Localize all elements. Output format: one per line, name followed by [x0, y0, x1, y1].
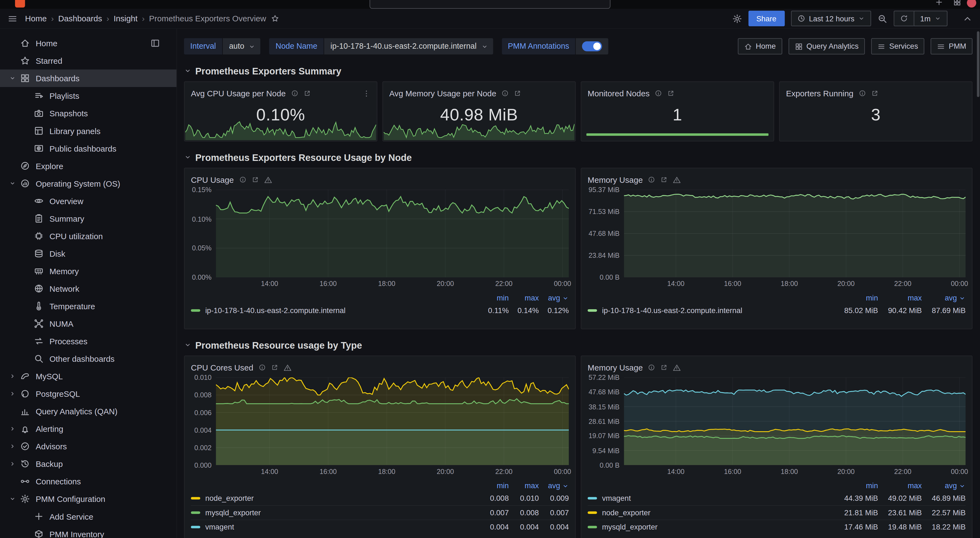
legend-column-min[interactable]: min [479, 294, 509, 302]
legend-column-max[interactable]: max [509, 294, 539, 302]
sidebar-item-connections[interactable]: Connections [0, 473, 177, 490]
share-button[interactable]: Share [748, 11, 785, 26]
sidebar-item-processes[interactable]: Processes [0, 333, 177, 350]
chart-plot-area[interactable] [216, 189, 569, 277]
info-icon[interactable] [648, 364, 655, 371]
sidebar-item-disk[interactable]: Disk [0, 245, 177, 262]
warning-icon[interactable] [673, 363, 681, 372]
panel-title[interactable]: Memory Usage [588, 363, 643, 372]
sidebar-item-add-service[interactable]: Add Service [0, 508, 177, 525]
sidebar-item-home[interactable]: Home [0, 35, 177, 52]
chart-plot-area[interactable] [624, 377, 966, 465]
sidebar-item-explore[interactable]: Explore [0, 157, 177, 175]
legend-column-avg[interactable]: avg [539, 481, 569, 490]
legend-series-node-exporter[interactable]: node_exporter [588, 508, 834, 517]
info-icon[interactable] [258, 364, 266, 371]
panel-title[interactable]: Avg CPU Usage per Node [191, 89, 286, 98]
user-avatar[interactable] [967, 0, 976, 7]
legend-series-mysqld-exporter[interactable]: mysqld_exporter [588, 523, 834, 532]
panel-title[interactable]: CPU Cores Used [191, 363, 253, 372]
home-button[interactable]: Home [738, 38, 782, 54]
chevdown-icon[interactable] [9, 75, 16, 82]
chevright-icon[interactable] [9, 442, 16, 450]
legend-column-avg[interactable]: avg [922, 294, 966, 302]
kebab-icon[interactable] [362, 89, 371, 97]
legend-series-ip-10-178-1-40-us-east-2-compute-internal[interactable]: ip-10-178-1-40.us-east-2.compute.interna… [588, 306, 834, 315]
chart-plot-area[interactable] [624, 189, 966, 277]
scrollbar[interactable] [977, 31, 980, 97]
sidebar-item-public-dashboards[interactable]: Public dashboards [0, 140, 177, 157]
pmm-logo[interactable] [15, 0, 25, 7]
chevdown-icon[interactable] [9, 180, 16, 187]
legend-series-ip-10-178-1-40-us-east-2-compute-internal[interactable]: ip-10-178-1-40.us-east-2.compute.interna… [191, 306, 479, 315]
sidebar-item-numa[interactable]: NUMA [0, 315, 177, 333]
pmm-annotations-toggle[interactable] [582, 41, 602, 51]
panel-title[interactable]: Avg Memory Usage per Node [389, 89, 496, 98]
legend-series-mysqld-exporter[interactable]: mysqld_exporter [191, 508, 479, 517]
info-icon[interactable] [648, 176, 655, 183]
sidebar-item-pmm-configuration[interactable]: PMM Configuration [0, 490, 177, 508]
mega-menu-icon[interactable] [7, 13, 18, 24]
chevright-icon[interactable] [9, 390, 16, 397]
external-icon[interactable] [667, 89, 675, 97]
legend-series-vmagent[interactable]: vmagent [588, 494, 834, 503]
section-header-summary[interactable]: Prometheus Exporters Summary [184, 64, 972, 78]
info-icon[interactable] [655, 89, 662, 97]
apps-icon[interactable] [953, 0, 961, 6]
sidebar-item-operating-system-os[interactable]: Operating System (OS) [0, 175, 177, 192]
sidebar-item-temperature[interactable]: Temperature [0, 298, 177, 315]
chart-plot-area[interactable] [216, 377, 569, 465]
legend-column-min[interactable]: min [479, 481, 509, 490]
sidebar-item-query-analytics-qan[interactable]: Query Analytics (QAN) [0, 403, 177, 420]
global-search-input[interactable] [370, 0, 611, 9]
time-range-picker[interactable]: Last 12 hours [791, 11, 871, 26]
breadcrumb-item-dashboards[interactable]: Dashboards [58, 14, 102, 23]
breadcrumb-item-prometheus-exporters-overview[interactable]: Prometheus Exporters Overview [149, 14, 266, 23]
info-icon[interactable] [859, 89, 866, 97]
info-icon[interactable] [291, 89, 298, 97]
sidebar-item-other-dashboards[interactable]: Other dashboards [0, 350, 177, 368]
chevdown-icon[interactable] [9, 495, 16, 503]
refresh-button[interactable] [894, 11, 914, 26]
panel-title[interactable]: Exporters Running [786, 89, 853, 98]
panel-title[interactable]: Memory Usage [588, 175, 643, 184]
legend-column-min[interactable]: min [834, 294, 878, 302]
sidebar-item-mysql[interactable]: MySQL [0, 368, 177, 385]
breadcrumb-item-insight[interactable]: Insight [113, 14, 138, 23]
query-analytics-button[interactable]: Query Analytics [788, 38, 865, 54]
legend-column-max[interactable]: max [878, 294, 922, 302]
sidebar-item-summary[interactable]: Summary [0, 210, 177, 227]
dock-icon[interactable] [150, 38, 160, 48]
node-name-select[interactable]: ip-10-178-1-40.us-east-2.compute.interna… [324, 38, 493, 54]
external-icon[interactable] [251, 176, 259, 183]
legend-column-min[interactable]: min [834, 481, 878, 490]
legend-column-max[interactable]: max [878, 481, 922, 490]
zoom-out-icon[interactable] [878, 13, 888, 24]
breadcrumb-item-home[interactable]: Home [25, 14, 46, 23]
panel-title[interactable]: CPU Usage [191, 175, 234, 184]
chevright-icon[interactable] [9, 372, 16, 380]
sidebar-item-playlists[interactable]: Playlists [0, 87, 177, 105]
sidebar-item-starred[interactable]: Starred [0, 52, 177, 70]
legend-series-vmagent[interactable]: vmagent [191, 523, 479, 532]
chevright-icon[interactable] [9, 460, 16, 467]
external-icon[interactable] [514, 89, 521, 97]
legend-column-avg[interactable]: avg [922, 481, 966, 490]
sidebar-item-pmm-inventory[interactable]: PMM Inventory [0, 525, 177, 538]
info-icon[interactable] [239, 176, 246, 183]
services-button[interactable]: Services [871, 38, 924, 54]
legend-column-avg[interactable]: avg [539, 294, 569, 302]
chevright-icon[interactable] [9, 425, 16, 432]
info-icon[interactable] [501, 89, 509, 97]
warning-icon[interactable] [283, 363, 292, 372]
sidebar-item-advisors[interactable]: Advisors [0, 438, 177, 455]
sidebar-item-backup[interactable]: Backup [0, 455, 177, 473]
favorite-star-icon[interactable] [271, 14, 279, 23]
dashboard-settings-icon[interactable] [732, 13, 742, 24]
legend-series-node-exporter[interactable]: node_exporter [191, 494, 479, 503]
sidebar-item-dashboards[interactable]: Dashboards [0, 70, 177, 87]
sidebar-item-snapshots[interactable]: Snapshots [0, 105, 177, 122]
external-icon[interactable] [660, 176, 668, 183]
external-icon[interactable] [271, 364, 278, 371]
refresh-interval-picker[interactable]: 1m [914, 11, 947, 26]
